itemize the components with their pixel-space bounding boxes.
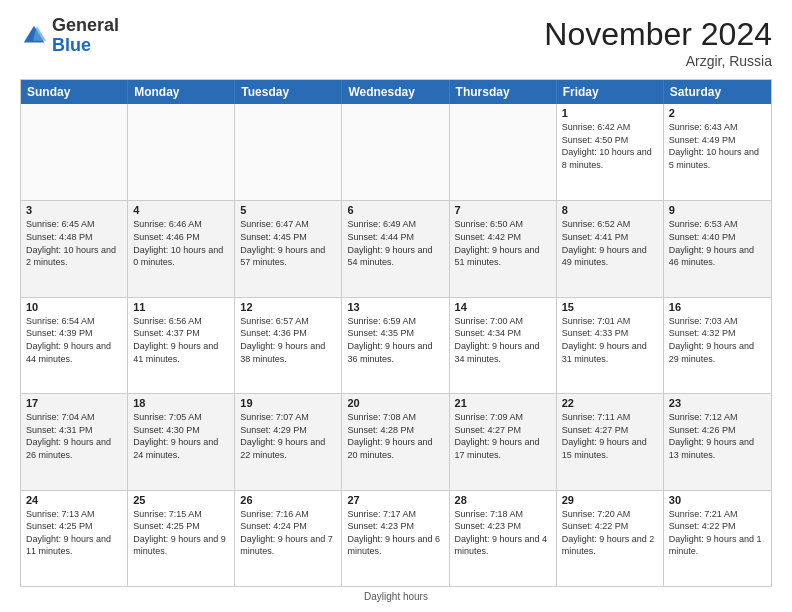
day-cell-11: 11Sunrise: 6:56 AMSunset: 4:37 PMDayligh…	[128, 298, 235, 393]
day-detail-7: Sunrise: 6:50 AMSunset: 4:42 PMDaylight:…	[455, 218, 551, 268]
day-number-13: 13	[347, 301, 443, 313]
header-day-monday: Monday	[128, 80, 235, 104]
day-detail-29: Sunrise: 7:20 AMSunset: 4:22 PMDaylight:…	[562, 508, 658, 558]
week-row-3: 10Sunrise: 6:54 AMSunset: 4:39 PMDayligh…	[21, 297, 771, 393]
day-cell-10: 10Sunrise: 6:54 AMSunset: 4:39 PMDayligh…	[21, 298, 128, 393]
day-detail-3: Sunrise: 6:45 AMSunset: 4:48 PMDaylight:…	[26, 218, 122, 268]
day-number-5: 5	[240, 204, 336, 216]
week-row-1: 1Sunrise: 6:42 AMSunset: 4:50 PMDaylight…	[21, 104, 771, 200]
day-number-2: 2	[669, 107, 766, 119]
day-cell-29: 29Sunrise: 7:20 AMSunset: 4:22 PMDayligh…	[557, 491, 664, 586]
day-number-14: 14	[455, 301, 551, 313]
day-number-7: 7	[455, 204, 551, 216]
day-detail-20: Sunrise: 7:08 AMSunset: 4:28 PMDaylight:…	[347, 411, 443, 461]
day-cell-2: 2Sunrise: 6:43 AMSunset: 4:49 PMDaylight…	[664, 104, 771, 200]
calendar-header: SundayMondayTuesdayWednesdayThursdayFrid…	[21, 80, 771, 104]
day-number-25: 25	[133, 494, 229, 506]
day-cell-1: 1Sunrise: 6:42 AMSunset: 4:50 PMDaylight…	[557, 104, 664, 200]
day-number-6: 6	[347, 204, 443, 216]
day-cell-26: 26Sunrise: 7:16 AMSunset: 4:24 PMDayligh…	[235, 491, 342, 586]
day-detail-1: Sunrise: 6:42 AMSunset: 4:50 PMDaylight:…	[562, 121, 658, 171]
day-cell-7: 7Sunrise: 6:50 AMSunset: 4:42 PMDaylight…	[450, 201, 557, 296]
day-cell-22: 22Sunrise: 7:11 AMSunset: 4:27 PMDayligh…	[557, 394, 664, 489]
day-cell-empty	[342, 104, 449, 200]
header-day-saturday: Saturday	[664, 80, 771, 104]
calendar: SundayMondayTuesdayWednesdayThursdayFrid…	[20, 79, 772, 587]
day-number-20: 20	[347, 397, 443, 409]
logo-text: General Blue	[52, 16, 119, 56]
day-number-21: 21	[455, 397, 551, 409]
header: General Blue November 2024 Arzgir, Russi…	[20, 16, 772, 69]
day-number-3: 3	[26, 204, 122, 216]
day-cell-9: 9Sunrise: 6:53 AMSunset: 4:40 PMDaylight…	[664, 201, 771, 296]
logo: General Blue	[20, 16, 119, 56]
day-detail-21: Sunrise: 7:09 AMSunset: 4:27 PMDaylight:…	[455, 411, 551, 461]
day-cell-14: 14Sunrise: 7:00 AMSunset: 4:34 PMDayligh…	[450, 298, 557, 393]
day-detail-6: Sunrise: 6:49 AMSunset: 4:44 PMDaylight:…	[347, 218, 443, 268]
day-detail-23: Sunrise: 7:12 AMSunset: 4:26 PMDaylight:…	[669, 411, 766, 461]
day-cell-4: 4Sunrise: 6:46 AMSunset: 4:46 PMDaylight…	[128, 201, 235, 296]
day-number-19: 19	[240, 397, 336, 409]
day-detail-30: Sunrise: 7:21 AMSunset: 4:22 PMDaylight:…	[669, 508, 766, 558]
day-detail-2: Sunrise: 6:43 AMSunset: 4:49 PMDaylight:…	[669, 121, 766, 171]
day-detail-16: Sunrise: 7:03 AMSunset: 4:32 PMDaylight:…	[669, 315, 766, 365]
day-number-12: 12	[240, 301, 336, 313]
day-cell-19: 19Sunrise: 7:07 AMSunset: 4:29 PMDayligh…	[235, 394, 342, 489]
day-number-26: 26	[240, 494, 336, 506]
day-number-1: 1	[562, 107, 658, 119]
day-detail-27: Sunrise: 7:17 AMSunset: 4:23 PMDaylight:…	[347, 508, 443, 558]
day-cell-25: 25Sunrise: 7:15 AMSunset: 4:25 PMDayligh…	[128, 491, 235, 586]
day-cell-17: 17Sunrise: 7:04 AMSunset: 4:31 PMDayligh…	[21, 394, 128, 489]
day-detail-4: Sunrise: 6:46 AMSunset: 4:46 PMDaylight:…	[133, 218, 229, 268]
location: Arzgir, Russia	[544, 53, 772, 69]
day-number-8: 8	[562, 204, 658, 216]
day-number-22: 22	[562, 397, 658, 409]
day-number-30: 30	[669, 494, 766, 506]
header-day-friday: Friday	[557, 80, 664, 104]
day-detail-24: Sunrise: 7:13 AMSunset: 4:25 PMDaylight:…	[26, 508, 122, 558]
header-day-thursday: Thursday	[450, 80, 557, 104]
week-row-4: 17Sunrise: 7:04 AMSunset: 4:31 PMDayligh…	[21, 393, 771, 489]
title-block: November 2024 Arzgir, Russia	[544, 16, 772, 69]
day-cell-20: 20Sunrise: 7:08 AMSunset: 4:28 PMDayligh…	[342, 394, 449, 489]
day-number-28: 28	[455, 494, 551, 506]
day-detail-10: Sunrise: 6:54 AMSunset: 4:39 PMDaylight:…	[26, 315, 122, 365]
day-number-15: 15	[562, 301, 658, 313]
day-number-4: 4	[133, 204, 229, 216]
day-cell-8: 8Sunrise: 6:52 AMSunset: 4:41 PMDaylight…	[557, 201, 664, 296]
day-detail-5: Sunrise: 6:47 AMSunset: 4:45 PMDaylight:…	[240, 218, 336, 268]
day-cell-16: 16Sunrise: 7:03 AMSunset: 4:32 PMDayligh…	[664, 298, 771, 393]
day-cell-30: 30Sunrise: 7:21 AMSunset: 4:22 PMDayligh…	[664, 491, 771, 586]
day-detail-12: Sunrise: 6:57 AMSunset: 4:36 PMDaylight:…	[240, 315, 336, 365]
calendar-body: 1Sunrise: 6:42 AMSunset: 4:50 PMDaylight…	[21, 104, 771, 586]
day-detail-9: Sunrise: 6:53 AMSunset: 4:40 PMDaylight:…	[669, 218, 766, 268]
header-day-wednesday: Wednesday	[342, 80, 449, 104]
day-cell-6: 6Sunrise: 6:49 AMSunset: 4:44 PMDaylight…	[342, 201, 449, 296]
day-cell-18: 18Sunrise: 7:05 AMSunset: 4:30 PMDayligh…	[128, 394, 235, 489]
day-number-11: 11	[133, 301, 229, 313]
day-cell-empty	[128, 104, 235, 200]
day-number-27: 27	[347, 494, 443, 506]
day-detail-18: Sunrise: 7:05 AMSunset: 4:30 PMDaylight:…	[133, 411, 229, 461]
header-day-tuesday: Tuesday	[235, 80, 342, 104]
day-number-24: 24	[26, 494, 122, 506]
week-row-5: 24Sunrise: 7:13 AMSunset: 4:25 PMDayligh…	[21, 490, 771, 586]
day-cell-3: 3Sunrise: 6:45 AMSunset: 4:48 PMDaylight…	[21, 201, 128, 296]
day-cell-empty	[450, 104, 557, 200]
day-detail-22: Sunrise: 7:11 AMSunset: 4:27 PMDaylight:…	[562, 411, 658, 461]
day-cell-12: 12Sunrise: 6:57 AMSunset: 4:36 PMDayligh…	[235, 298, 342, 393]
day-cell-5: 5Sunrise: 6:47 AMSunset: 4:45 PMDaylight…	[235, 201, 342, 296]
day-cell-empty	[235, 104, 342, 200]
day-detail-11: Sunrise: 6:56 AMSunset: 4:37 PMDaylight:…	[133, 315, 229, 365]
day-detail-8: Sunrise: 6:52 AMSunset: 4:41 PMDaylight:…	[562, 218, 658, 268]
day-number-16: 16	[669, 301, 766, 313]
day-number-17: 17	[26, 397, 122, 409]
day-detail-13: Sunrise: 6:59 AMSunset: 4:35 PMDaylight:…	[347, 315, 443, 365]
day-detail-25: Sunrise: 7:15 AMSunset: 4:25 PMDaylight:…	[133, 508, 229, 558]
day-cell-15: 15Sunrise: 7:01 AMSunset: 4:33 PMDayligh…	[557, 298, 664, 393]
day-cell-21: 21Sunrise: 7:09 AMSunset: 4:27 PMDayligh…	[450, 394, 557, 489]
page: General Blue November 2024 Arzgir, Russi…	[0, 0, 792, 612]
day-cell-23: 23Sunrise: 7:12 AMSunset: 4:26 PMDayligh…	[664, 394, 771, 489]
day-number-10: 10	[26, 301, 122, 313]
day-detail-28: Sunrise: 7:18 AMSunset: 4:23 PMDaylight:…	[455, 508, 551, 558]
